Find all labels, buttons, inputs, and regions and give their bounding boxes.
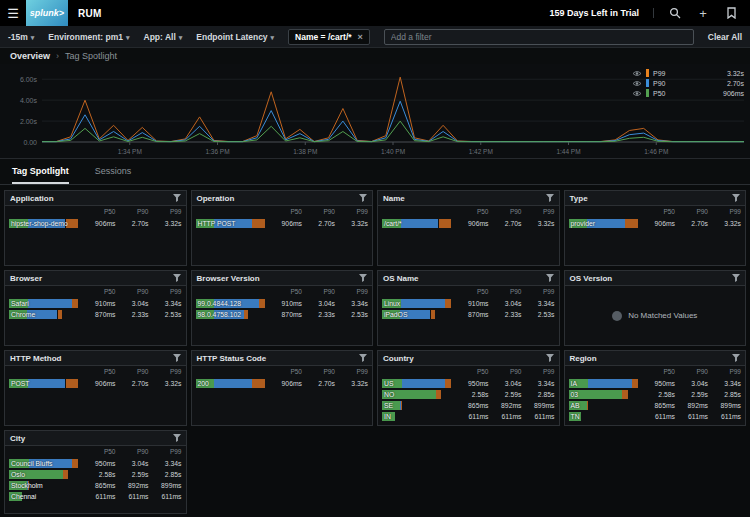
card-header: Browser: [5, 271, 186, 286]
filter-funnel-icon[interactable]: [359, 354, 367, 362]
app-dropdown[interactable]: App: All▾: [144, 32, 183, 42]
close-icon[interactable]: ×: [358, 32, 363, 42]
filter-funnel-icon[interactable]: [173, 194, 181, 202]
tag-row[interactable]: Oslo2.58s2.59s2.85s: [9, 469, 182, 479]
tag-row[interactable]: hipster-shop-demo906ms2.70s3.32s: [9, 218, 182, 228]
tag-row[interactable]: US950ms3.04s3.34s: [382, 378, 555, 388]
card-body: P50P90P99/cart/*906ms2.70s3.32s: [378, 206, 559, 265]
legend-color-chip: [646, 79, 649, 87]
legend-item-p50[interactable]: P50906ms: [632, 88, 744, 98]
tag-row[interactable]: iPadOS870ms2.33s2.53s: [382, 309, 555, 319]
latency-bar: Chennai: [9, 492, 79, 501]
filter-funnel-icon[interactable]: [173, 354, 181, 362]
percentile-value: 3.32s: [149, 380, 182, 387]
tag-row[interactable]: Chennai611ms611ms611ms: [9, 491, 182, 501]
latency-bar: AB: [569, 401, 639, 410]
card-title: HTTP Method: [10, 354, 61, 363]
x-axis-tick: 1:44 PM: [556, 148, 580, 155]
column-header: P99: [335, 368, 368, 377]
card-application: ApplicationP50P90P99hipster-shop-demo906…: [4, 190, 187, 266]
filter-funnel-icon[interactable]: [546, 274, 554, 282]
tag-row[interactable]: 98.0.4758.102870ms2.33s2.53s: [196, 309, 369, 319]
percentile-value: 3.04s: [489, 300, 522, 307]
percentile-value: 2.33s: [302, 311, 335, 318]
bookmark-icon[interactable]: [724, 6, 738, 20]
filter-funnel-icon[interactable]: [732, 194, 740, 202]
tag-row[interactable]: IA950ms3.04s3.34s: [569, 378, 742, 388]
percentile-value: 865ms: [456, 402, 489, 409]
legend-value: 2.70s: [727, 80, 744, 87]
filter-funnel-icon[interactable]: [173, 434, 181, 442]
tab-sessions[interactable]: Sessions: [95, 166, 132, 184]
x-axis-tick: 1:36 PM: [205, 148, 229, 155]
percentile-value: 899ms: [708, 402, 741, 409]
card-city: CityP50P90P99Council Bluffs950ms3.04s3.3…: [4, 430, 187, 514]
add-filter-input[interactable]: [384, 29, 694, 45]
percentile-value: 3.34s: [149, 300, 182, 307]
column-headers: P50P90P99: [196, 288, 369, 297]
percentile-value: 950ms: [83, 460, 116, 467]
breadcrumb-overview-link[interactable]: Overview: [10, 51, 50, 61]
percentile-value: 2.70s: [116, 220, 149, 227]
time-range-dropdown[interactable]: -15m▾: [8, 32, 34, 42]
filter-pill-name-cart[interactable]: Name = /cart/* ×: [288, 29, 370, 45]
legend-item-p90[interactable]: P902.70s: [632, 78, 744, 88]
tag-row[interactable]: POST906ms2.70s3.32s: [9, 378, 182, 388]
tag-row[interactable]: provider906ms2.70s3.32s: [569, 218, 742, 228]
y-axis-tick: 6.00s: [20, 76, 38, 83]
tab-tag-spotlight[interactable]: Tag Spotlight: [12, 166, 69, 184]
card-body: P50P90P99Safari910ms3.04s3.34sChrome870m…: [5, 286, 186, 345]
filter-funnel-icon[interactable]: [732, 274, 740, 282]
tag-label: /cart/*: [384, 219, 402, 228]
endpoint-latency-dropdown[interactable]: Endpoint Latency▾: [196, 32, 274, 42]
legend-color-chip: [646, 89, 649, 97]
legend-label: P99: [653, 70, 723, 77]
column-headers: P50P90P99: [382, 288, 555, 297]
card-body: P50P90P99Council Bluffs950ms3.04s3.34sOs…: [5, 446, 186, 513]
latency-bar: HTTP POST: [196, 219, 266, 228]
tag-label: HTTP POST: [198, 219, 236, 228]
filter-funnel-icon[interactable]: [546, 194, 554, 202]
filter-funnel-icon[interactable]: [173, 274, 181, 282]
tag-row[interactable]: Chrome870ms2.33s2.53s: [9, 309, 182, 319]
tag-row[interactable]: Stockholm865ms892ms899ms: [9, 480, 182, 490]
percentile-value: 611ms: [708, 413, 741, 420]
percentile-value: 2.53s: [522, 311, 555, 318]
tag-row[interactable]: HTTP POST906ms2.70s3.32s: [196, 218, 369, 228]
tag-row[interactable]: /cart/*906ms2.70s3.32s: [382, 218, 555, 228]
plus-glyph: +: [699, 7, 707, 20]
tag-row[interactable]: 200906ms2.70s3.32s: [196, 378, 369, 388]
column-header: P99: [522, 288, 555, 297]
filter-funnel-icon[interactable]: [546, 354, 554, 362]
tag-row[interactable]: 99.0.4844.128910ms3.04s3.34s: [196, 298, 369, 308]
percentile-value: 611ms: [83, 493, 116, 500]
tag-row[interactable]: Council Bluffs950ms3.04s3.34s: [9, 458, 182, 468]
percentile-value: 910ms: [83, 300, 116, 307]
tag-row[interactable]: IN611ms611ms611ms: [382, 411, 555, 421]
percentile-value: 611ms: [675, 413, 708, 420]
tag-row[interactable]: NO2.58s2.59s2.85s: [382, 389, 555, 399]
percentile-value: 3.34s: [149, 460, 182, 467]
clear-all-button[interactable]: Clear All: [708, 32, 742, 42]
card-header: OS Version: [565, 271, 746, 286]
legend-item-p99[interactable]: P993.32s: [632, 68, 744, 78]
filter-funnel-icon[interactable]: [359, 194, 367, 202]
splunk-logo[interactable]: splunk>: [26, 0, 68, 26]
tag-row[interactable]: TN611ms611ms611ms: [569, 411, 742, 421]
tag-row[interactable]: Safari910ms3.04s3.34s: [9, 298, 182, 308]
environment-dropdown[interactable]: Environment: pm1▾: [48, 32, 129, 42]
tag-row[interactable]: AB865ms892ms899ms: [569, 400, 742, 410]
tag-label: 03: [571, 390, 579, 399]
tag-row[interactable]: Linux910ms3.04s3.34s: [382, 298, 555, 308]
filter-funnel-icon[interactable]: [732, 354, 740, 362]
percentile-value: 950ms: [642, 380, 675, 387]
tag-row[interactable]: 032.58s2.59s2.85s: [569, 389, 742, 399]
percentile-value: 2.59s: [489, 391, 522, 398]
percentile-value: 611ms: [642, 413, 675, 420]
percentile-value: 892ms: [675, 402, 708, 409]
tag-row[interactable]: SE865ms892ms899ms: [382, 400, 555, 410]
search-icon[interactable]: [668, 6, 682, 20]
hamburger-menu-icon[interactable]: ☰: [0, 6, 26, 21]
add-icon[interactable]: +: [696, 6, 710, 20]
filter-funnel-icon[interactable]: [359, 274, 367, 282]
